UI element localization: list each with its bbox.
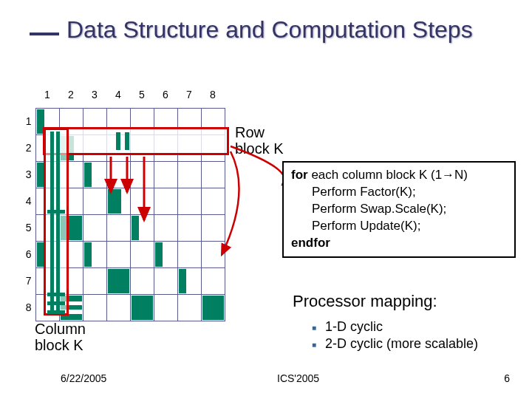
list-item: ■1-D cyclic <box>312 319 478 335</box>
row-header: 7 <box>22 267 35 294</box>
row-header: 4 <box>22 188 35 214</box>
column-block-highlight <box>44 128 69 316</box>
processor-mapping-list: ■1-D cyclic ■2-D cyclic (more scalable) <box>312 319 478 353</box>
col-header: 2 <box>59 81 83 108</box>
algo-line: for each column block K (1→N) <box>291 167 507 184</box>
algo-line1-rest: each column block K (1→N) <box>308 168 468 182</box>
col-header: 8 <box>201 81 225 108</box>
list-item-text: 1-D cyclic <box>325 319 383 334</box>
column-block-label: Column block K <box>35 321 86 353</box>
row-header: 5 <box>22 214 35 241</box>
col-header: 1 <box>35 81 59 108</box>
kw-endfor: endfor <box>291 236 330 250</box>
col-header: 4 <box>106 81 130 108</box>
col-header: 3 <box>83 81 106 108</box>
slide-title: Data Structure and Computation Steps <box>66 16 473 44</box>
title-bar: Data Structure and Computation Steps <box>0 16 532 52</box>
row-header: 8 <box>22 294 35 321</box>
row-header: 1 <box>22 108 35 134</box>
list-item-text: 2-D cyclic (more scalable) <box>325 336 478 351</box>
algo-line: Perform Factor(K); <box>291 184 507 201</box>
footer-page-number: 6 <box>504 372 510 384</box>
row-block-highlight <box>43 127 229 155</box>
processor-mapping-heading: Processor mapping: <box>293 292 437 311</box>
footer-venue: ICS'2005 <box>277 372 319 384</box>
row-header: 3 <box>22 161 35 188</box>
algo-line: Perform Update(K); <box>291 218 507 235</box>
column-block-label-text: Column block K <box>35 321 86 353</box>
row-block-label: Row block K <box>235 124 284 157</box>
bullet-icon: ■ <box>312 324 325 332</box>
bullet-icon: ■ <box>312 341 325 349</box>
algo-line: endfor <box>291 235 507 252</box>
algorithm-box: for each column block K (1→N) Perform Fa… <box>282 161 516 258</box>
col-header: 7 <box>177 81 201 108</box>
list-item: ■2-D cyclic (more scalable) <box>312 336 478 352</box>
col-header: 6 <box>154 81 177 108</box>
row-header: 2 <box>22 134 35 161</box>
algo-line: Perform Swap.Scale(K); <box>291 201 507 218</box>
footer-date: 6/22/2005 <box>61 372 106 384</box>
col-header: 5 <box>130 81 154 108</box>
row-header: 6 <box>22 241 35 267</box>
title-accent-line <box>30 33 59 35</box>
row-block-label-text: Row block K <box>235 124 284 157</box>
kw-for: for <box>291 168 308 182</box>
